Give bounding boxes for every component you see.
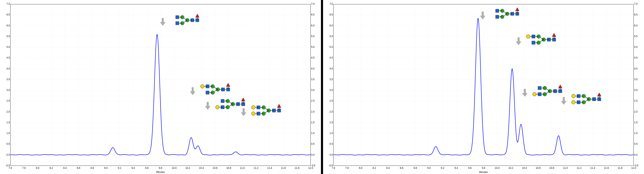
glycan-annotation-g2f xyxy=(561,93,604,105)
glycan-icon xyxy=(487,8,522,20)
x-tick-label: 11.8 xyxy=(294,166,299,170)
y-tick-label: 0.0 xyxy=(325,154,333,156)
x-tick-label: 9.2 xyxy=(441,166,444,170)
y-tick-label: 2.0 xyxy=(2,110,10,113)
x-tick-label: 9.4 xyxy=(132,166,135,170)
svg-marker-106 xyxy=(277,104,281,108)
x-axis-title-right: Minutes xyxy=(479,171,488,174)
svg-rect-158 xyxy=(496,15,499,18)
x-tick-label: 9.0 xyxy=(427,166,431,170)
plot-area-left xyxy=(10,4,311,166)
glycan-annotation-g2f xyxy=(241,104,284,116)
y-tick-label: 4.5 xyxy=(634,56,642,59)
y-tick-label: 3.0 xyxy=(311,89,319,92)
chromatogram-right xyxy=(334,4,634,166)
y-tick-label: 4.0 xyxy=(2,67,10,70)
x-tick-label: 11.2 xyxy=(254,166,258,170)
y-tick-label: 1.5 xyxy=(325,121,333,124)
y-tick-label: 4.5 xyxy=(311,56,319,59)
x-tick-label: 9.8 xyxy=(482,166,485,170)
y-tick-label: 0.0 xyxy=(311,154,319,156)
chromatogram-left xyxy=(10,4,310,166)
y-tick-label: 4.0 xyxy=(325,67,333,70)
svg-rect-173 xyxy=(532,41,535,44)
svg-rect-79 xyxy=(221,99,224,103)
x-tick-label: 10.0 xyxy=(172,166,176,170)
y-tick-label: 0.5 xyxy=(634,142,642,145)
glycan-annotation-g1fa xyxy=(516,34,559,45)
glycan-icon xyxy=(248,104,284,116)
y-tick-label: 6.5 xyxy=(634,13,642,16)
y-tick-label: 2.0 xyxy=(325,110,333,113)
x-tick-label: 11.4 xyxy=(267,166,272,170)
y-tick-label: 6.0 xyxy=(634,24,642,27)
x-tick-label: 10.2 xyxy=(186,166,190,170)
x-tick-label: 9.6 xyxy=(468,166,472,170)
y-tick-label: 5.5 xyxy=(634,35,642,38)
y-tick-label: 1.5 xyxy=(311,121,319,124)
y-tick-label: 6.5 xyxy=(311,13,319,16)
x-tick-label: 8.6 xyxy=(400,166,404,170)
glycan-icon xyxy=(529,85,566,97)
y-tick-label: 2.0 xyxy=(634,110,642,113)
y-tick-label: 3.5 xyxy=(311,78,319,81)
y-tick-label: 6.0 xyxy=(2,24,10,27)
y-tick-label: 1.0 xyxy=(325,132,333,134)
y-tick-label: 4.5 xyxy=(325,56,333,59)
y-tick-label: 1.0 xyxy=(634,132,642,134)
svg-point-175 xyxy=(526,35,530,38)
y-tick-label: 5.5 xyxy=(325,35,333,38)
x-tick-label: 10.6 xyxy=(536,166,540,170)
y-tick-label: 2.5 xyxy=(311,99,319,102)
y-tick-label: 5.0 xyxy=(325,46,333,48)
x-tick-label: 8.2 xyxy=(50,166,53,170)
glycan-icon xyxy=(167,14,202,26)
y-tick-label: 6.0 xyxy=(325,24,333,27)
y-tick-label: 4.0 xyxy=(311,67,319,70)
y-tick-label: 6.5 xyxy=(325,13,333,16)
y-tick-label: 0.5 xyxy=(325,142,333,145)
x-tick-label: 9.2 xyxy=(118,166,121,170)
glycan-icon xyxy=(197,83,233,95)
glycan-annotation-g0f xyxy=(160,14,202,26)
y-tick-label: 1.5 xyxy=(634,121,642,124)
glycan-annotation-g1fb xyxy=(522,85,566,97)
y-tick-label: 2.5 xyxy=(2,99,10,102)
glycan-annotation-g1fa xyxy=(190,83,233,95)
chart-panel-left: Minutes -0.5-0.50.00.00.50.51.01.01.51.5… xyxy=(0,0,321,174)
y-tick-label: 5.0 xyxy=(634,46,642,48)
svg-rect-186 xyxy=(538,86,541,90)
glycan-icon xyxy=(523,34,559,45)
svg-point-209 xyxy=(572,94,575,98)
x-tick-label: 10.0 xyxy=(495,166,500,170)
x-tick-label: 7.6 xyxy=(9,166,12,170)
y-tick-label: 5.0 xyxy=(311,46,319,48)
y-tick-label: 6.5 xyxy=(2,13,10,16)
x-tick-label: 8.6 xyxy=(77,166,80,170)
y-tick-label: 5.5 xyxy=(2,35,10,38)
svg-rect-51 xyxy=(176,22,179,25)
svg-marker-213 xyxy=(598,93,601,96)
x-tick-label: 12.0 xyxy=(631,166,636,170)
x-tick-label: 10.8 xyxy=(549,166,554,170)
svg-point-192 xyxy=(532,92,536,96)
x-tick-label: 8.0 xyxy=(359,166,362,170)
glycan-icon xyxy=(568,93,604,105)
x-tick-label: 10.2 xyxy=(508,166,513,170)
y-tick-label: 0.0 xyxy=(2,154,10,156)
svg-point-102 xyxy=(252,106,255,109)
y-tick-label: 0.5 xyxy=(2,142,10,145)
svg-point-43 xyxy=(186,18,189,22)
x-tick-label: 8.0 xyxy=(36,166,40,170)
x-tick-label: 8.4 xyxy=(63,166,67,170)
y-tick-label: 3.5 xyxy=(325,78,333,81)
x-axis-title-left: Minutes xyxy=(156,171,165,174)
svg-point-85 xyxy=(216,105,219,109)
x-tick-label: 8.4 xyxy=(386,166,390,170)
y-tick-label: 6.0 xyxy=(311,24,319,27)
x-tick-label: 10.8 xyxy=(226,166,231,170)
x-tick-label: 8.8 xyxy=(90,166,94,170)
y-tick-label: 1.5 xyxy=(2,121,10,124)
y-tick-label: 0.5 xyxy=(311,142,319,145)
svg-marker-70 xyxy=(226,83,230,86)
